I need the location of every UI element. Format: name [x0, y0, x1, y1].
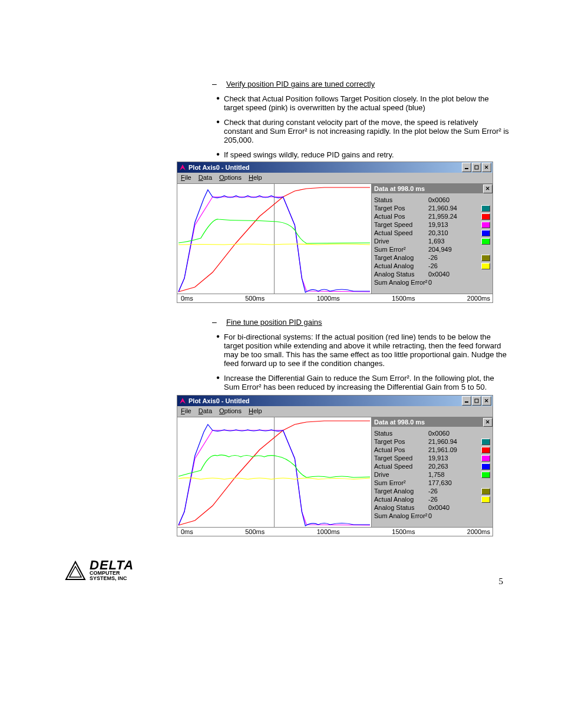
section-2-heading: Fine tune position PID gains [226, 318, 322, 327]
data-value: -26 [428, 496, 465, 503]
data-value: 1,758 [428, 471, 465, 478]
data-value: -26 [428, 487, 465, 495]
data-row: Sum Analog Error²0 [374, 512, 490, 520]
color-swatch[interactable] [481, 447, 490, 453]
maximize-button[interactable] [472, 396, 481, 406]
menu-help[interactable]: Help [249, 407, 262, 414]
menu-file[interactable]: File [181, 407, 191, 414]
section-2-heading-row: – Fine tune position PID gains [212, 317, 509, 327]
chart-area-1[interactable] [177, 184, 371, 294]
data-label: Drive [374, 238, 428, 245]
color-swatch[interactable] [481, 222, 490, 228]
data-label: Target Speed [374, 454, 428, 462]
bullet-1-1: • Check that Actual Position follows Tar… [212, 94, 509, 112]
bullet-2-1-text: For bi-directional systems: If the actua… [224, 332, 509, 368]
data-panel-1: Data at 998.0 ms ✕ Status0x0060Target Po… [371, 184, 492, 294]
x-tick: 0ms [181, 528, 193, 535]
data-row: Sum Error²204,949 [374, 245, 490, 253]
data-panel-title-bar[interactable]: Data at 998.0 ms ✕ [372, 184, 492, 193]
data-value: 0x0040 [428, 504, 465, 511]
data-row: Analog Status0x0040 [374, 503, 490, 512]
color-swatch[interactable] [481, 472, 490, 478]
data-panel-title: Data at 998.0 ms [374, 419, 483, 426]
data-value: 1,693 [428, 238, 465, 245]
menu-file[interactable]: File [181, 174, 191, 181]
bullet-1-1-text: Check that Actual Position follows Targe… [224, 94, 509, 112]
svg-marker-7 [70, 566, 81, 577]
menu-help[interactable]: Help [249, 174, 262, 181]
data-label: Status [374, 196, 428, 203]
title-bar[interactable]: Plot Axis0 - Untitled ✕ [177, 162, 492, 173]
color-swatch[interactable] [481, 455, 490, 462]
color-swatch[interactable] [481, 488, 490, 495]
menu-options[interactable]: Options [219, 174, 242, 181]
x-tick: 2000ms [467, 528, 490, 535]
data-value: 0 [428, 279, 465, 286]
color-swatch[interactable] [481, 255, 490, 261]
page: – Verify position PID gains are tuned co… [0, 0, 562, 610]
maximize-button[interactable] [472, 163, 481, 172]
menu-bar: File Data Options Help [177, 173, 492, 184]
window-title: Plot Axis0 - Untitled [189, 164, 462, 171]
bullet-2-2-text: Increase the Differential Gain to reduce… [224, 374, 509, 391]
chart-area-2[interactable] [177, 417, 371, 527]
delta-logo-icon [65, 561, 86, 581]
x-tick: 1500ms [392, 295, 415, 302]
color-swatch[interactable] [481, 439, 490, 445]
x-tick: 1000ms [317, 295, 340, 302]
data-value: 177,630 [428, 479, 465, 486]
data-row: Actual Analog-26 [374, 262, 490, 270]
x-tick: 0ms [181, 295, 193, 302]
data-panel-close-button[interactable]: ✕ [483, 418, 492, 427]
x-axis-1: 0ms 500ms 1000ms 1500ms 2000ms [177, 294, 492, 302]
bullet-icon: • [212, 150, 224, 159]
data-row: Actual Pos21,959.24 [374, 212, 490, 220]
data-label: Analog Status [374, 271, 428, 278]
data-label: Actual Analog [374, 496, 428, 503]
data-row: Actual Speed20,263 [374, 462, 490, 470]
title-bar[interactable]: Plot Axis0 - Untitled ✕ [177, 396, 492, 406]
data-label: Analog Status [374, 504, 428, 511]
data-label: Sum Error² [374, 246, 428, 253]
x-tick: 2000ms [467, 295, 490, 302]
svg-marker-3 [180, 398, 186, 404]
data-label: Actual Pos [374, 213, 428, 220]
menu-data[interactable]: Data [199, 407, 212, 414]
bullet-icon: • [212, 94, 224, 103]
footer-sub2: SYSTEMS, INC [90, 576, 134, 581]
minimize-button[interactable] [462, 163, 471, 172]
data-panel-title-bar[interactable]: Data at 998.0 ms ✕ [372, 417, 492, 427]
data-label: Sum Analog Error² [374, 279, 428, 286]
color-swatch[interactable] [481, 205, 490, 212]
data-value: 20,310 [428, 229, 465, 236]
data-row: Sum Analog Error²0 [374, 278, 490, 286]
title-bar-buttons: ✕ [462, 396, 492, 406]
data-row: Status0x0060 [374, 196, 490, 204]
data-panel-close-button[interactable]: ✕ [483, 185, 492, 193]
color-swatch[interactable] [481, 263, 490, 269]
menu-data[interactable]: Data [199, 174, 212, 181]
window-title: Plot Axis0 - Untitled [189, 397, 462, 404]
x-tick: 1500ms [392, 528, 415, 535]
color-swatch[interactable] [481, 213, 490, 220]
footer-text: DELTA COMPUTER SYSTEMS, INC [90, 560, 134, 581]
section-1-heading-row: – Verify position PID gains are tuned co… [212, 79, 509, 88]
close-button[interactable]: ✕ [482, 396, 491, 406]
bullet-1-3: • If speed swings wildly, reduce PID gai… [212, 150, 509, 159]
app-icon [178, 397, 187, 405]
data-value: 0x0060 [428, 196, 465, 203]
color-swatch[interactable] [481, 463, 490, 470]
data-value: 0x0040 [428, 271, 465, 278]
dash-icon: – [212, 79, 226, 88]
data-row: Analog Status0x0040 [374, 270, 490, 278]
data-label: Target Analog [374, 254, 428, 261]
data-value: 0 [428, 512, 465, 519]
minimize-button[interactable] [462, 396, 471, 406]
close-button[interactable]: ✕ [482, 163, 491, 172]
color-swatch[interactable] [481, 238, 490, 245]
color-swatch[interactable] [481, 496, 490, 503]
data-label: Actual Pos [374, 446, 428, 453]
menu-options[interactable]: Options [219, 407, 242, 414]
color-swatch[interactable] [481, 230, 490, 236]
plot-body: Data at 998.0 ms ✕ Status0x0060Target Po… [177, 184, 492, 294]
